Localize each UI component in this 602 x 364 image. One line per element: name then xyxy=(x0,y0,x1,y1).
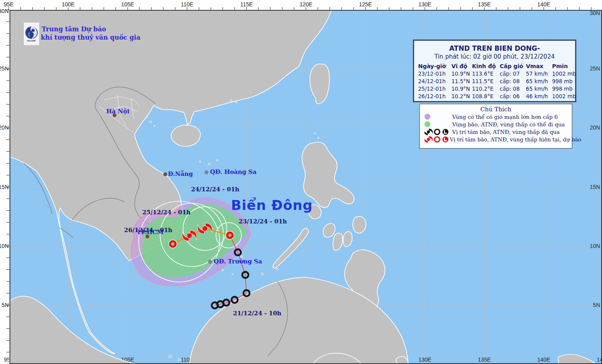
table-cell: 25/12-01h xyxy=(418,85,451,93)
axis-label-right: 10N xyxy=(590,243,600,249)
axis-label-left: 5N xyxy=(2,302,9,308)
city-label-h-n-i: Hà Nội xyxy=(106,108,130,115)
axis-label-bottom: 130E xyxy=(419,356,432,363)
axis-label-top: 105E xyxy=(121,1,134,8)
symbols-past-icon xyxy=(420,128,452,136)
table-cell: 113.6°E xyxy=(472,70,500,78)
table-cell: cấp: 06 xyxy=(500,93,526,100)
table-cell: 65 km/h xyxy=(526,78,552,85)
forecast-table-header: Ngày-giờVĩ độKinh độCấp gióVmaxPmin xyxy=(418,63,572,70)
track-date-label: 26/12/24 - 01h xyxy=(124,227,172,234)
area-purple-icon xyxy=(420,114,452,120)
axis-label-left: 20N xyxy=(0,124,9,131)
symbols-past-icon xyxy=(424,128,450,136)
forecast-table-row: 25/12-01h10.9°N110.2°Ecấp: 0865 km/h998 … xyxy=(418,85,572,93)
table-cell: 110.2°E xyxy=(472,85,500,93)
legend-rows: Vùng có thể có gió mạnh lớn hơn cấp 6Vùn… xyxy=(420,113,572,143)
axis-label-right: 5N xyxy=(593,302,600,308)
legend-item-label: Vùng bão, ATNĐ, vùng thấp có thể đi qua xyxy=(452,121,565,128)
axis-label-top: 100E xyxy=(62,1,75,8)
org-name-line2: khí tượng thuỷ văn quốc gia xyxy=(41,34,140,41)
axis-label-left: 30N xyxy=(0,8,9,14)
axis-label-top: 115E xyxy=(240,1,253,8)
table-cell: cấp: 07 xyxy=(500,70,526,78)
column-header: Cấp gió xyxy=(500,63,526,70)
legend-item: Vùng bão, ATNĐ, vùng thấp có thể đi qua xyxy=(420,120,572,128)
axis-label-top: 135E xyxy=(478,1,491,8)
column-header: Vĩ độ xyxy=(451,63,472,70)
legend-item: Vị trí tâm bão, ATNĐ, vùng thấp đã qua xyxy=(420,128,572,135)
table-cell: 46 km/h xyxy=(526,93,552,100)
axis-label-top: 110E xyxy=(181,1,193,8)
table-cell: 10.9°N xyxy=(451,70,472,78)
table-cell: 11.5°N xyxy=(451,78,472,85)
table-cell: 57 km/h xyxy=(526,70,552,78)
green-area-icon xyxy=(424,121,430,127)
city-label-q-ho-ng-sa: QĐ. Hoàng Sa xyxy=(210,168,256,175)
legend-item-label: Vùng có thể có gió mạnh lớn hơn cấp 6 xyxy=(452,114,558,120)
axis-label-left: 15N xyxy=(0,184,9,190)
column-header: Kinh độ xyxy=(472,63,500,70)
symbols-forecast-icon xyxy=(420,135,450,143)
city-label--n-ng: Đ.Nẵng xyxy=(168,170,193,177)
axis-label-left: 10N xyxy=(0,243,9,249)
axis-label-right: 20N xyxy=(590,124,600,131)
axis-label-top: 125E xyxy=(359,1,372,8)
nchmf-emblem-icon xyxy=(25,26,38,39)
table-cell: 111.5°E xyxy=(472,78,500,85)
legend-item: Vị trí tâm bão, ATNĐ, vùng thấp hiện tại… xyxy=(420,135,572,143)
table-cell: 998 mb xyxy=(552,85,575,93)
track-date-label: 21/12/24 - 10h xyxy=(233,310,281,317)
storm-info-box: ATND TREN BIEN DONG- Tin phát lúc: 02 gi… xyxy=(413,40,576,102)
hainan-island xyxy=(171,125,201,147)
axis-label-top: 130E xyxy=(419,1,432,8)
samar-island xyxy=(353,216,366,233)
column-header: Ngày-giờ xyxy=(418,63,451,70)
table-cell: 65 km/h xyxy=(526,85,552,93)
axis-label-left: 25N xyxy=(0,65,9,72)
table-cell: cấp: 08 xyxy=(500,85,526,93)
table-cell: 10.2°N xyxy=(451,93,472,100)
axis-label-top: 140E xyxy=(537,1,550,8)
legend-item: Vùng có thể có gió mạnh lớn hơn cấp 6 xyxy=(420,113,572,120)
track-date-label: 25/12/24 - 01h xyxy=(142,209,191,216)
table-cell: 10.9°N xyxy=(451,85,472,93)
axis-label-right: 15N xyxy=(590,184,600,190)
org-name-line1: Trung tâm Dự báo xyxy=(42,25,106,33)
legend-item-label: Vị trí tâm bão, ATNĐ, vùng thấp hiện tại… xyxy=(450,136,581,143)
track-date-label: 24/12/24 - 01h xyxy=(191,186,239,193)
forecast-table-row: 26/12-01h10.2°N108.8°Ecấp: 0646 km/h1002… xyxy=(418,93,572,100)
axis-label-bottom: 145E xyxy=(597,356,602,363)
axis-label-bottom: 135E xyxy=(478,356,491,363)
axis-label-right: 30N xyxy=(590,10,600,16)
legend-item-label: Vị trí tâm bão, ATNĐ, vùng thấp đã qua xyxy=(452,129,560,135)
logo-caption: NCHMF xyxy=(27,40,36,42)
axis-label-top: 95E xyxy=(4,1,14,8)
table-cell: 1002 mb xyxy=(552,70,575,78)
axis-label-right: 25N xyxy=(590,65,600,72)
info-issued-time: Tin phát lúc: 02 giờ 00 phút, 23/12/2024 xyxy=(414,53,575,60)
city-label-q-tr-ng-sa: QĐ. Trường Sa xyxy=(214,258,262,265)
table-cell: 998 mb xyxy=(552,78,575,85)
axis-label-top: 120E xyxy=(300,1,313,8)
table-cell: cấp: 08 xyxy=(500,78,526,85)
track-date-label: 23/12/24 - 01h xyxy=(239,218,287,225)
sea-name-label: Biển Đông xyxy=(231,197,313,213)
symbols-forecast-icon xyxy=(424,135,450,143)
table-cell: 23/12-01h xyxy=(418,70,451,78)
weather-map-screenshot: 95E100E105E110E115E120E125E130E135E140E1… xyxy=(0,0,602,364)
nchmf-logo: NCHMF xyxy=(24,23,39,45)
table-cell: 24/12-01h xyxy=(418,78,451,85)
info-title: ATND TREN BIEN DONG- xyxy=(414,44,575,52)
legend-box: Chú Thích Vùng có thể có gió mạnh lớn hơ… xyxy=(419,104,572,149)
forecast-table-row: 24/12-01h11.5°N111.5°Ecấp: 0865 km/h998 … xyxy=(418,78,572,85)
forecast-table: Ngày-giờVĩ độKinh độCấp gióVmaxPmin23/12… xyxy=(418,63,572,100)
forecast-table-row: 23/12-01h10.9°N113.6°Ecấp: 0757 km/h1002… xyxy=(418,70,572,78)
axis-label-bottom: 140E xyxy=(537,356,550,363)
column-header: Vmax xyxy=(526,63,552,70)
table-cell: 26/12-01h xyxy=(418,93,451,100)
legend-title: Chú Thích xyxy=(420,106,572,113)
area-green-icon xyxy=(420,121,452,127)
table-cell: 1002 mb xyxy=(552,93,575,100)
column-header: Pmin xyxy=(552,63,575,70)
